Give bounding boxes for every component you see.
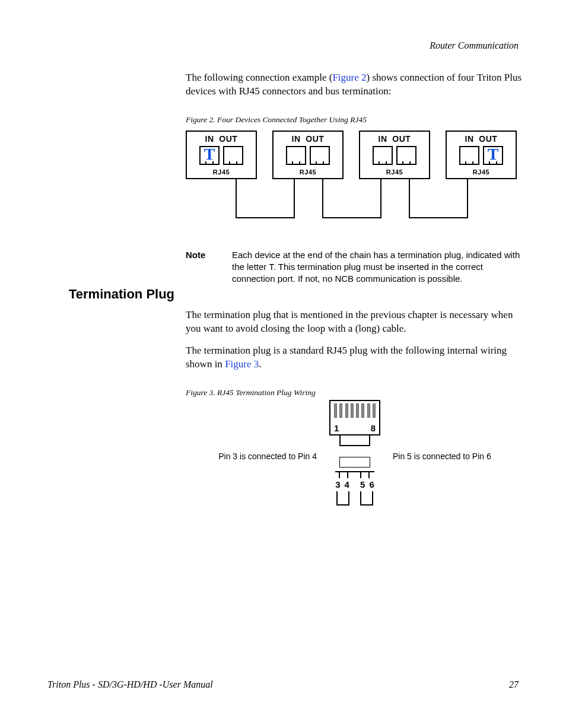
in-label: IN bbox=[379, 134, 387, 144]
rj45-notch-icon bbox=[465, 161, 473, 165]
pin-icon bbox=[356, 403, 359, 418]
bus-wire bbox=[294, 179, 295, 218]
bus-wire bbox=[380, 179, 381, 218]
rj45-notch-icon bbox=[229, 161, 237, 165]
device-3-port-out bbox=[396, 146, 416, 165]
figure-3-left-caption: Pin 3 is connected to Pin 4 bbox=[218, 452, 317, 461]
bus-wire bbox=[409, 217, 468, 218]
wiring-pin-numbers: 3 4 5 6 bbox=[329, 479, 380, 489]
in-label: IN bbox=[205, 134, 214, 144]
pin-icon bbox=[351, 403, 354, 418]
device-1: IN OUT T RJ45 bbox=[186, 131, 257, 179]
intro-text-a: The following connection example ( bbox=[186, 72, 332, 83]
device-4-port-out: T bbox=[483, 146, 503, 165]
section-heading-termination-plug: Termination Plug bbox=[69, 287, 174, 302]
bus-wire bbox=[467, 179, 468, 218]
pin-5-label: 5 bbox=[360, 479, 365, 489]
device-2-ports bbox=[274, 146, 342, 170]
pin-icon bbox=[334, 403, 337, 418]
figure-2-link[interactable]: Figure 2 bbox=[332, 72, 366, 83]
rj45-plug-top: 1 8 bbox=[329, 400, 380, 435]
wiring-u-connections bbox=[329, 491, 380, 506]
note-text: Each device at the end of the chain has … bbox=[232, 249, 524, 285]
rj45-label: RJ45 bbox=[274, 169, 342, 176]
bus-wire bbox=[409, 179, 410, 218]
wiring-tick bbox=[368, 471, 370, 478]
note-block: Note Each device at the end of the chain… bbox=[186, 249, 524, 285]
device-3: IN OUT RJ45 bbox=[359, 131, 430, 179]
wiring-tick bbox=[339, 471, 340, 478]
out-label: OUT bbox=[479, 134, 497, 144]
pin-numbers-top: 1 8 bbox=[334, 423, 376, 433]
out-label: OUT bbox=[306, 134, 324, 144]
device-3-labels: IN OUT bbox=[360, 134, 429, 144]
rj45-notch-icon bbox=[292, 161, 300, 165]
device-2-port-in bbox=[286, 146, 306, 165]
u-jumper-56 bbox=[360, 491, 373, 506]
rj45-notch-icon bbox=[402, 161, 411, 165]
out-label: OUT bbox=[219, 134, 237, 144]
pin-icon bbox=[373, 403, 376, 418]
rj45-label: RJ45 bbox=[447, 169, 516, 176]
pin-4-label: 4 bbox=[345, 479, 349, 489]
bus-wire bbox=[236, 179, 237, 218]
termination-p2: The termination plug is a standard RJ45 … bbox=[186, 344, 524, 371]
device-2: IN OUT RJ45 bbox=[272, 131, 344, 179]
rj45-label: RJ45 bbox=[360, 169, 429, 176]
wiring-tick bbox=[360, 471, 361, 478]
device-1-ports: T bbox=[187, 146, 256, 170]
figure-3-link[interactable]: Figure 3 bbox=[225, 358, 259, 370]
rj45-tab bbox=[339, 435, 370, 446]
wiring-rake: 3 4 5 6 bbox=[329, 471, 380, 513]
device-2-port-out bbox=[310, 146, 330, 165]
note-label: Note bbox=[186, 249, 212, 285]
termination-p2-b: . bbox=[259, 358, 261, 370]
rj45-label: RJ45 bbox=[187, 169, 256, 176]
u-jumper-34 bbox=[336, 491, 349, 506]
footer-page-number: 27 bbox=[509, 679, 519, 690]
rj45-plug-drawing: 1 8 3 4 5 bbox=[327, 400, 382, 513]
device-3-port-in bbox=[373, 146, 393, 165]
figure-3-row: Pin 3 is connected to Pin 4 1 bbox=[186, 400, 524, 513]
rj45-notch-icon bbox=[205, 161, 214, 165]
device-3-ports bbox=[360, 146, 429, 170]
intro-paragraph: The following connection example (Figure… bbox=[186, 71, 524, 98]
pin-8-label: 8 bbox=[371, 423, 376, 433]
bus-wire bbox=[322, 217, 381, 218]
bus-wire bbox=[322, 179, 323, 218]
pin-icon bbox=[339, 403, 342, 418]
bus-wire bbox=[236, 217, 295, 218]
page: Router Communication The following conne… bbox=[0, 0, 566, 728]
pin-6-label: 6 bbox=[369, 479, 374, 489]
pin-icon bbox=[361, 403, 364, 418]
rj45-notch-icon bbox=[316, 161, 324, 165]
rj45-tab-small bbox=[339, 457, 370, 468]
pin-icon bbox=[345, 403, 348, 418]
figure-2-caption: Figure 2. Four Devices Connected Togethe… bbox=[186, 115, 524, 125]
figure-2-diagram: IN OUT T RJ45 IN OUT RJ45 IN OUT bbox=[186, 131, 518, 225]
intro-column: The following connection example (Figure… bbox=[186, 71, 524, 285]
pin-1-label: 1 bbox=[334, 423, 339, 433]
in-label: IN bbox=[465, 134, 474, 144]
figure-3-diagram: Pin 3 is connected to Pin 4 1 bbox=[186, 395, 524, 513]
running-header: Router Communication bbox=[430, 40, 519, 51]
pin-icon bbox=[367, 403, 370, 418]
wiring-tick bbox=[347, 471, 348, 478]
termination-p1: The termination plug that is mentioned i… bbox=[186, 309, 524, 336]
device-2-labels: IN OUT bbox=[274, 134, 342, 144]
device-1-port-out bbox=[223, 146, 243, 165]
footer-manual-title: Triton Plus - SD/3G-HD/HD -User Manual bbox=[47, 679, 213, 690]
device-1-labels: IN OUT bbox=[187, 134, 256, 144]
figure-3-right-caption: Pin 5 is connected to Pin 6 bbox=[393, 452, 491, 461]
rj45-pins bbox=[334, 403, 376, 419]
rj45-notch-icon bbox=[379, 161, 387, 165]
out-label: OUT bbox=[392, 134, 411, 144]
device-4-labels: IN OUT bbox=[447, 134, 516, 144]
device-1-port-in: T bbox=[199, 146, 220, 165]
device-4-port-in bbox=[459, 146, 479, 165]
spacer bbox=[327, 446, 382, 457]
in-label: IN bbox=[292, 134, 301, 144]
termination-body: The termination plug that is mentioned i… bbox=[186, 309, 524, 403]
rj45-notch-icon bbox=[489, 161, 497, 165]
pin-3-label: 3 bbox=[335, 479, 340, 489]
